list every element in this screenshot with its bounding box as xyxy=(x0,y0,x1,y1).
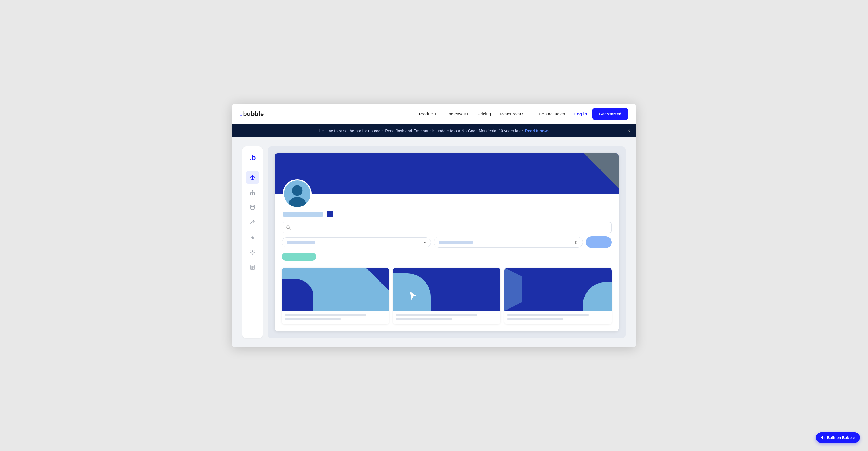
logo-name: bubble xyxy=(243,110,264,118)
hierarchy-icon xyxy=(250,189,255,195)
browser-window: .bubble Product ▾ Use cases ▾ Pricing Re… xyxy=(232,104,636,347)
announcement-text: It's time to raise the bar for no-code. … xyxy=(319,128,524,133)
card-image-3 xyxy=(504,268,612,311)
chevron-down-icon: ▾ xyxy=(467,112,468,116)
nav-pricing-label: Pricing xyxy=(477,112,491,116)
sidebar-item-database[interactable] xyxy=(246,201,259,214)
card-1-footer xyxy=(282,311,389,324)
app-preview: ▾ ⇅ xyxy=(275,153,619,331)
card-image-1 xyxy=(282,268,389,311)
document-icon xyxy=(250,265,255,270)
sidebar-item-logs[interactable] xyxy=(246,261,259,274)
filter-bar xyxy=(286,241,315,244)
get-started-button[interactable]: Get started xyxy=(592,108,628,120)
nav-divider xyxy=(531,110,531,118)
profile-header xyxy=(275,153,619,194)
gear-icon xyxy=(250,249,255,255)
filters-row: ▾ ⇅ xyxy=(282,237,612,248)
nav-links: Product ▾ Use cases ▾ Pricing Resources … xyxy=(415,108,628,120)
navbar: .bubble Product ▾ Use cases ▾ Pricing Re… xyxy=(232,104,636,124)
pencil-icon xyxy=(250,219,255,225)
search-bar[interactable] xyxy=(282,222,612,233)
card-line-short xyxy=(507,318,563,320)
card-line-short xyxy=(396,318,452,320)
svg-point-16 xyxy=(292,185,303,196)
card-line xyxy=(507,314,589,316)
search-input[interactable] xyxy=(293,226,608,230)
filter-apply-button[interactable] xyxy=(586,237,612,248)
sidebar-item-design[interactable] xyxy=(246,171,259,184)
cards-grid xyxy=(275,267,619,331)
sidebar-item-data[interactable] xyxy=(246,186,259,199)
svg-line-19 xyxy=(289,229,290,230)
filter-sort[interactable]: ⇅ xyxy=(434,237,583,248)
profile-avatar-area xyxy=(283,179,312,208)
nav-product[interactable]: Product ▾ xyxy=(415,109,441,119)
announcement-close-button[interactable]: × xyxy=(627,128,630,133)
tags-area xyxy=(275,253,619,267)
cursor-icon xyxy=(409,291,417,302)
card-line xyxy=(396,314,477,316)
chevron-down-icon: ▾ xyxy=(522,112,523,116)
nav-pricing[interactable]: Pricing xyxy=(473,109,495,119)
profile-header-corner xyxy=(584,153,619,188)
avatar-icon xyxy=(284,180,310,207)
card-image-2 xyxy=(393,268,500,311)
svg-rect-1 xyxy=(252,190,253,191)
sidebar-logo: .b xyxy=(247,151,258,164)
contact-sales-link[interactable]: Contact sales xyxy=(535,109,569,119)
profile-badge xyxy=(327,211,333,217)
sidebar: .b xyxy=(242,146,262,338)
card-shape-1b xyxy=(366,268,389,291)
sort-icon: ⇅ xyxy=(575,240,578,245)
svg-point-10 xyxy=(250,205,254,207)
editor-canvas: ▾ ⇅ xyxy=(268,146,626,338)
tag-pill[interactable] xyxy=(282,253,316,261)
chevron-down-icon: ▾ xyxy=(435,112,436,116)
card-shape-1a xyxy=(282,279,313,311)
logo-dot: . xyxy=(240,110,242,118)
card-2[interactable] xyxy=(393,268,500,324)
nav-use-cases-label: Use cases xyxy=(445,112,466,116)
card-shape-3b xyxy=(504,268,522,311)
chevron-down-icon: ▾ xyxy=(424,241,426,244)
sort-bar xyxy=(439,241,473,244)
svg-point-17 xyxy=(289,197,306,207)
built-on-bubble-label: Built on Bubble xyxy=(827,435,855,440)
card-3[interactable] xyxy=(504,268,612,324)
nav-use-cases[interactable]: Use cases ▾ xyxy=(441,109,472,119)
bubble-brand-icon: ·b xyxy=(821,435,825,440)
svg-rect-4 xyxy=(254,193,255,194)
built-on-bubble-badge[interactable]: ·b Built on Bubble xyxy=(816,432,860,443)
nav-resources[interactable]: Resources ▾ xyxy=(496,109,527,119)
nav-product-label: Product xyxy=(419,112,434,116)
plugin-icon xyxy=(250,235,255,240)
login-button[interactable]: Log in xyxy=(570,109,591,119)
main-content: .b xyxy=(232,137,636,347)
card-2-footer xyxy=(393,311,500,324)
profile-info-row xyxy=(275,194,619,222)
search-icon xyxy=(286,225,290,230)
announcement-bar: It's time to raise the bar for no-code. … xyxy=(232,124,636,137)
sidebar-item-settings[interactable] xyxy=(246,246,259,259)
nav-logo[interactable]: .bubble xyxy=(240,110,264,118)
nav-resources-label: Resources xyxy=(500,112,521,116)
card-3-footer xyxy=(504,311,612,324)
svg-rect-2 xyxy=(250,193,251,194)
sidebar-item-editor[interactable] xyxy=(246,216,259,229)
database-icon xyxy=(250,204,255,210)
announcement-link[interactable]: Read it now. xyxy=(525,128,549,133)
profile-avatar xyxy=(283,179,312,208)
svg-rect-3 xyxy=(252,193,253,194)
search-filter-area: ▾ ⇅ xyxy=(275,222,619,253)
card-shape-3a xyxy=(583,282,612,311)
filter-dropdown[interactable]: ▾ xyxy=(282,237,431,247)
profile-name-bar xyxy=(283,212,323,216)
card-line-short xyxy=(284,318,341,320)
svg-point-11 xyxy=(252,252,253,253)
card-line xyxy=(284,314,366,316)
sidebar-item-plugins[interactable] xyxy=(246,231,259,244)
svg-point-0 xyxy=(252,177,253,178)
card-1[interactable] xyxy=(282,268,389,324)
design-icon xyxy=(250,174,255,180)
